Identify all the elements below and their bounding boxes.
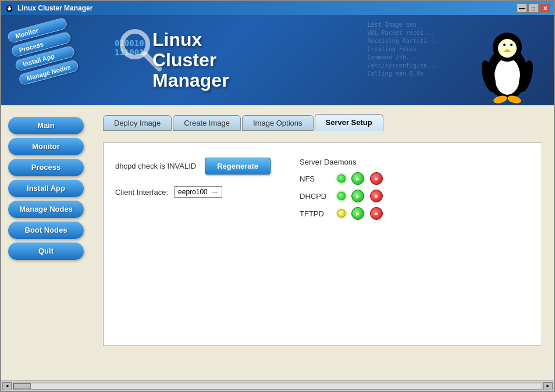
titlebar-controls: — □ ✕	[517, 3, 550, 13]
daemon-row-dhcpd: DHCPD ▶ ■	[300, 190, 383, 202]
svg-point-7	[494, 58, 520, 95]
svg-point-9	[498, 39, 517, 58]
client-interface-label: Client Interface:	[115, 188, 168, 197]
content-body: dhcpd check is INVALID Regenerate Client…	[103, 142, 542, 346]
banner-title-line3: Manager	[152, 70, 229, 91]
status-daemons-layout: dhcpd check is INVALID Regenerate Client…	[115, 158, 530, 224]
daemon-name-nfs: NFS	[300, 174, 332, 183]
tux-penguin	[478, 30, 536, 105]
content-panel: Deploy Image Create Image Image Options …	[91, 105, 554, 380]
tab-bar: Deploy Image Create Image Image Options …	[103, 114, 542, 131]
tftpd-start-button[interactable]: ▶	[351, 207, 364, 220]
regenerate-button[interactable]: Regenerate	[205, 158, 271, 174]
window-title: Linux Cluster Manager	[17, 4, 92, 12]
svg-point-13	[510, 44, 513, 46]
dhcpd-status-led	[337, 192, 346, 200]
svg-point-2	[8, 6, 9, 8]
titlebar-left: Linux Cluster Manager	[5, 3, 92, 13]
client-interface-row: Client Interface: eepro100 —	[115, 186, 271, 198]
titlebar: Linux Cluster Manager — □ ✕	[1, 1, 554, 15]
banner-title-line1: Linux	[152, 30, 229, 50]
nfs-start-button[interactable]: ▶	[351, 172, 364, 185]
scroll-track[interactable]	[13, 383, 542, 390]
tab-create-image[interactable]: Create Image	[173, 115, 241, 131]
dropdown-arrow-icon: —	[212, 189, 218, 195]
dhcpd-start-button[interactable]: ▶	[351, 190, 364, 202]
tftpd-stop-button[interactable]: ■	[370, 207, 383, 220]
nfs-stop-button[interactable]: ■	[370, 172, 383, 185]
tab-server-setup[interactable]: Server Setup	[315, 114, 383, 131]
sidebar-item-main[interactable]: Main	[8, 117, 84, 134]
minimize-button[interactable]: —	[517, 3, 527, 13]
scroll-left-button[interactable]: ◄	[2, 382, 12, 390]
scroll-thumb	[13, 383, 31, 389]
dhcpd-stop-button[interactable]: ■	[370, 190, 383, 202]
daemon-name-dhcpd: DHCPD	[300, 192, 332, 201]
header-banner: Last Image sen WOL Packet recei... Recei…	[1, 15, 554, 105]
sidebar-item-monitor[interactable]: Monitor	[8, 138, 84, 155]
sidebar-item-quit[interactable]: Quit	[8, 243, 84, 260]
left-column: dhcpd check is INVALID Regenerate Client…	[115, 158, 271, 224]
daemons-title: Server Daemons	[300, 158, 383, 166]
banner-bg-text: Last Image sen WOL Packet recei... Recei…	[368, 21, 437, 78]
sidebar-item-install-app[interactable]: Install App	[8, 180, 84, 197]
svg-point-12	[503, 44, 506, 46]
daemon-name-tftpd: TFTPD	[300, 209, 332, 218]
sidebar-item-boot-nodes[interactable]: Boot Nodes	[8, 222, 84, 239]
sidebar: Main Monitor Process Install App Manage …	[1, 105, 91, 380]
banner-title-line2: Cluster	[152, 50, 229, 70]
daemon-row-tftpd: TFTPD ▶ ■	[300, 207, 383, 220]
sidebar-item-process[interactable]: Process	[8, 159, 84, 176]
main-window: Linux Cluster Manager — □ ✕ Last Image s…	[0, 0, 555, 392]
horizontal-scrollbar: ◄ ►	[1, 380, 554, 391]
nfs-status-led	[337, 174, 346, 183]
close-button[interactable]: ✕	[540, 3, 550, 13]
banner-title: Linux Cluster Manager	[152, 30, 229, 91]
tab-image-options[interactable]: Image Options	[242, 115, 314, 131]
tab-deploy-image[interactable]: Deploy Image	[103, 115, 172, 131]
app-icon	[5, 3, 14, 13]
sidebar-item-manage-nodes[interactable]: Manage Nodes	[8, 201, 84, 218]
daemons-section: Server Daemons NFS ▶ ■ DHCPD ▶	[300, 158, 383, 224]
interface-value: eepro100	[178, 188, 208, 196]
daemon-row-nfs: NFS ▶ ■	[300, 172, 383, 185]
tftpd-status-led	[337, 209, 346, 218]
banner-nav-pills: Monitor Process Install App Manage Nodes	[6, 17, 79, 86]
main-content-area: Main Monitor Process Install App Manage …	[1, 105, 554, 380]
maximize-button[interactable]: □	[528, 3, 539, 13]
dhcp-status-row: dhcpd check is INVALID Regenerate	[115, 158, 271, 174]
scroll-right-button[interactable]: ►	[543, 382, 553, 390]
dhcp-status-text: dhcpd check is INVALID	[115, 162, 196, 170]
svg-point-3	[10, 6, 11, 8]
client-interface-select[interactable]: eepro100 —	[174, 186, 222, 198]
